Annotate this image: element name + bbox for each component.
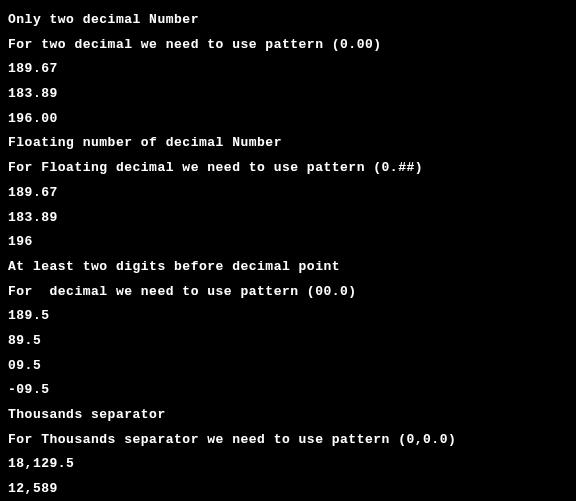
output-line: -09.5 [8,378,568,403]
output-line: 189.67 [8,57,568,82]
output-line: At least two digits before decimal point [8,255,568,280]
output-line: 189.67 [8,181,568,206]
output-line: 18,129.5 [8,452,568,477]
output-line: Thousands separator [8,403,568,428]
output-line: 196.00 [8,107,568,132]
output-line: 12,589 [8,477,568,501]
output-line: For decimal we need to use pattern (00.0… [8,280,568,305]
output-line: 89.5 [8,329,568,354]
output-line: 183.89 [8,206,568,231]
output-line: Floating number of decimal Number [8,131,568,156]
output-line: 09.5 [8,354,568,379]
output-line: Only two decimal Number [8,8,568,33]
output-line: 196 [8,230,568,255]
output-line: 189.5 [8,304,568,329]
output-line: For Thousands separator we need to use p… [8,428,568,453]
output-line: For Floating decimal we need to use patt… [8,156,568,181]
output-line: 183.89 [8,82,568,107]
output-line: For two decimal we need to use pattern (… [8,33,568,58]
